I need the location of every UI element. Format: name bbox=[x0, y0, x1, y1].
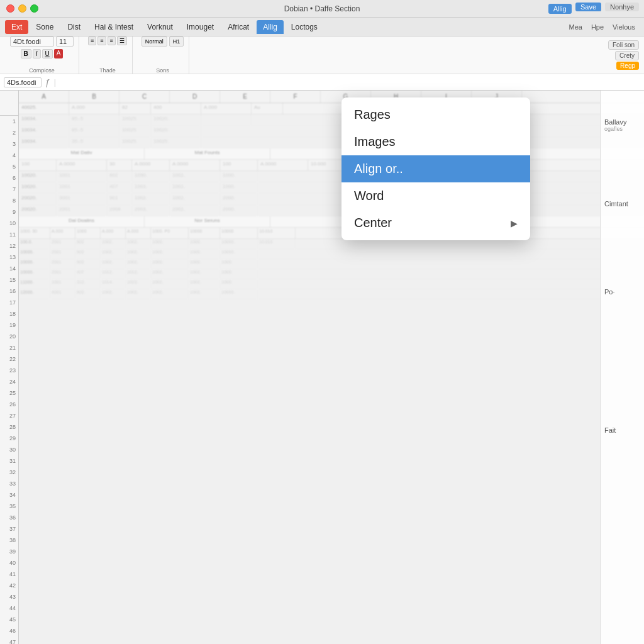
col-C[interactable]: C bbox=[119, 91, 170, 103]
cell-2-2[interactable]: 85.-5 bbox=[69, 126, 119, 136]
section-col-4: 400 bbox=[151, 103, 201, 114]
section-col-5: A.000 bbox=[201, 103, 252, 114]
s2r4-c3[interactable]: 2008 bbox=[107, 205, 132, 216]
nonhye-title-btn[interactable]: Nonhye bbox=[605, 3, 639, 11]
ribbon-hpe[interactable]: Hpe bbox=[587, 22, 608, 32]
ribbon-tab-ext[interactable]: Ext bbox=[5, 20, 28, 34]
bold-button[interactable]: B bbox=[21, 49, 31, 58]
menu-item-center[interactable]: Center ▶ bbox=[341, 209, 530, 236]
cell-1-2[interactable]: 85.-5 bbox=[69, 114, 119, 125]
s2r1-c4[interactable]: 1090. bbox=[132, 171, 170, 182]
right-label-fait: Fait bbox=[601, 424, 644, 436]
s2r4-c2[interactable]: 2001 bbox=[57, 205, 107, 216]
italic-button[interactable]: I bbox=[33, 49, 41, 58]
s3h-c7: 10000 bbox=[189, 228, 220, 238]
menu-item-align[interactable]: Align or.. bbox=[341, 155, 530, 182]
s2r1-c5[interactable]: 1002. bbox=[170, 171, 220, 182]
s2r3-c5[interactable]: 1002. bbox=[170, 194, 220, 204]
cell-3-1[interactable]: 10034. bbox=[19, 137, 69, 148]
s2r3-c3[interactable]: 901 bbox=[107, 194, 132, 204]
cell-2-1[interactable]: 10034. bbox=[19, 126, 69, 136]
s2r2-c5[interactable]: 1002. bbox=[170, 182, 220, 193]
ribbon-tab-loctogs[interactable]: Loctogs bbox=[285, 20, 324, 34]
s2r3-c2[interactable]: 3001 bbox=[57, 194, 107, 204]
regp-btn[interactable]: Regp bbox=[616, 62, 639, 70]
col-E[interactable]: E bbox=[220, 91, 270, 103]
formula-input[interactable] bbox=[60, 79, 640, 86]
cell-2-4[interactable]: 10020. bbox=[151, 126, 201, 136]
ribbon-controls: 4Dt.foodi 11 B I U A Compiose ≡ ≡ ≡ ☰ Th… bbox=[0, 36, 644, 74]
cell-1-4[interactable]: 10020. bbox=[151, 114, 201, 125]
s2r4-c4[interactable]: 2003. bbox=[132, 205, 170, 216]
s2r3-c6[interactable]: 2000. bbox=[220, 194, 258, 204]
ribbon-tab-vorknut[interactable]: Vorknut bbox=[141, 20, 179, 34]
data-row-1: 10034. 85.-5 10025. 10020. bbox=[19, 114, 644, 126]
s2-col-7: A.0000 bbox=[258, 160, 308, 170]
row-num-1: 1 bbox=[0, 116, 18, 127]
row-num-17: 17 bbox=[0, 297, 18, 308]
window-controls: Save Nonhye bbox=[575, 3, 639, 11]
data-row-3: 10034. 35.-5 10025. 10025. bbox=[19, 137, 644, 148]
row-num-7: 7 bbox=[0, 184, 18, 195]
s2r2-c4[interactable]: 1003. bbox=[132, 182, 170, 193]
ribbon-tab-dist[interactable]: Dist bbox=[61, 20, 87, 34]
ribbon-tab-allig[interactable]: Allig bbox=[257, 20, 284, 34]
close-button[interactable] bbox=[6, 4, 14, 13]
ribbon-tab-africat[interactable]: Africat bbox=[221, 20, 255, 34]
cell-1-5[interactable] bbox=[201, 114, 252, 125]
formula-divider: | bbox=[54, 78, 56, 87]
ribbon-mea[interactable]: Mea bbox=[565, 22, 586, 32]
maximize-button[interactable] bbox=[30, 4, 38, 13]
save-title-btn[interactable]: Save bbox=[575, 3, 601, 11]
s2r2-c6[interactable]: 1000. bbox=[220, 182, 258, 193]
font-size-input[interactable]: 11 bbox=[56, 36, 74, 47]
cell-3-4[interactable]: 10025. bbox=[151, 137, 201, 148]
col-B[interactable]: B bbox=[69, 91, 119, 103]
menu-item-word[interactable]: Word bbox=[341, 182, 530, 209]
highlight-button[interactable]: A bbox=[54, 49, 64, 58]
row-num-11: 11 bbox=[0, 229, 18, 240]
s2r3-c4[interactable]: 1002. bbox=[132, 194, 170, 204]
ribbon-tab-imouget[interactable]: Imouget bbox=[180, 20, 220, 34]
col-F[interactable]: F bbox=[270, 91, 321, 103]
s2r1-c1[interactable]: 10020. bbox=[19, 171, 57, 182]
style-normal[interactable]: Normal bbox=[142, 36, 167, 47]
cell-1-1[interactable]: 10034. bbox=[19, 114, 69, 125]
s2r3-c1[interactable]: 20020. bbox=[19, 194, 57, 204]
s2r2-c3[interactable]: 407 bbox=[107, 182, 132, 193]
align-left-button[interactable]: ≡ bbox=[88, 36, 96, 45]
s2r1-c2[interactable]: 1001 bbox=[57, 171, 107, 182]
list-button[interactable]: ☰ bbox=[117, 36, 127, 45]
font-name-input[interactable]: 4Dt.foodi bbox=[10, 36, 54, 47]
col-A[interactable]: A bbox=[19, 91, 69, 103]
row-num-2: 2 bbox=[0, 127, 18, 138]
row-num-28: 28 bbox=[0, 421, 18, 433]
s2r4-c1[interactable]: 20020. bbox=[19, 205, 57, 216]
crety-btn[interactable]: Crety bbox=[615, 51, 639, 60]
cell-3-2[interactable]: 35.-5 bbox=[69, 137, 119, 148]
ribbon-vielous[interactable]: Vielous bbox=[609, 22, 639, 32]
menu-item-rages[interactable]: Rages bbox=[341, 101, 530, 128]
s2r4-c6[interactable]: 2000. bbox=[220, 205, 258, 216]
menu-item-images[interactable]: Images bbox=[341, 128, 530, 155]
ribbon-tab-sone[interactable]: Sone bbox=[30, 20, 60, 34]
row-num-21: 21 bbox=[0, 342, 18, 353]
s2r2-c2[interactable]: 1001 bbox=[57, 182, 107, 193]
cell-reference[interactable]: 4Ds.foodi bbox=[4, 77, 42, 87]
cell-1-3[interactable]: 10025. bbox=[119, 114, 151, 125]
tab-allig[interactable]: Allig bbox=[548, 4, 572, 14]
s2r1-c6[interactable]: 1000. bbox=[220, 171, 258, 182]
col-D[interactable]: D bbox=[170, 91, 220, 103]
minimize-button[interactable] bbox=[18, 4, 26, 13]
s2r1-c3[interactable]: 802 bbox=[107, 171, 132, 182]
style-heading[interactable]: H1 bbox=[169, 36, 184, 47]
foli-btn[interactable]: Foli son bbox=[608, 40, 639, 50]
align-right-button[interactable]: ≡ bbox=[108, 36, 116, 45]
s2r4-c5[interactable]: 2002. bbox=[170, 205, 220, 216]
align-center-button[interactable]: ≡ bbox=[97, 36, 106, 45]
s2r2-c1[interactable]: 10020. bbox=[19, 182, 57, 193]
cell-3-3[interactable]: 10025. bbox=[119, 137, 151, 148]
cell-2-3[interactable]: 10025. bbox=[119, 126, 151, 136]
underline-button[interactable]: U bbox=[42, 49, 53, 58]
ribbon-tab-hai[interactable]: Hai & Intest bbox=[88, 20, 140, 34]
